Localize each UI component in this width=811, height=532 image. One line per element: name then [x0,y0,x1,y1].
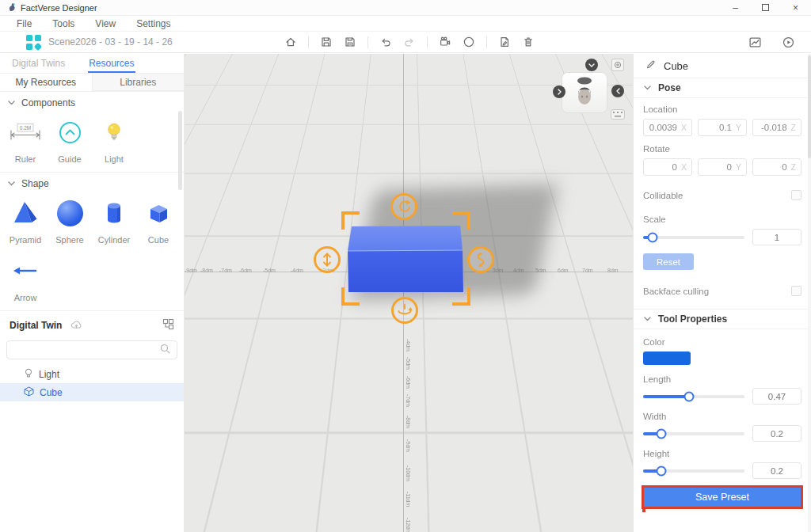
structure-view-icon[interactable] [162,318,174,332]
height-value-field[interactable]: 0.2 [752,462,801,479]
chevron-down-icon [644,86,651,90]
focus-button[interactable] [459,33,478,51]
tab-digital-twins[interactable]: Digital Twins [0,54,77,73]
tree-item-light[interactable]: Light [0,365,184,383]
sidebar-scrollbar[interactable] [178,111,182,190]
width-slider-knob[interactable] [657,428,667,439]
component-guide[interactable]: Guide [48,117,92,164]
capture-button[interactable] [436,33,455,51]
gizmo-rotate-right-button[interactable] [611,85,624,97]
run-button[interactable] [779,33,798,51]
scale-slider-knob[interactable] [647,232,657,242]
height-slider-knob[interactable] [657,466,667,476]
width-label: Width [643,412,801,421]
reset-button[interactable]: Reset [643,253,694,270]
gizmo-rotate-left-button[interactable] [553,86,565,98]
length-value-field[interactable]: 0.47 [752,388,801,405]
menu-tools[interactable]: Tools [42,18,85,29]
component-ruler[interactable]: 0.2M Ruler [3,117,48,164]
location-z-field[interactable]: -0.018Z [752,119,801,136]
shape-cylinder[interactable]: Cylinder [92,198,136,245]
edit-pencil-icon[interactable] [645,59,656,72]
view-gizmo-cube[interactable] [562,73,607,112]
component-label: Guide [58,154,81,164]
light-bulb-icon [24,368,33,381]
shape-label: Cylinder [98,235,130,245]
components-grid: 0.2M Ruler Guide [0,111,184,172]
color-swatch[interactable] [643,352,691,365]
undo-button[interactable] [376,33,395,51]
inspector-panel: Cube Pose Location 0.0039X 0.1Y -0.018Z … [633,54,811,532]
y-tick-label: -12dm [406,518,411,532]
menu-file[interactable]: File [6,18,42,29]
close-button[interactable]: × [793,3,798,13]
component-light[interactable]: Light [92,117,136,164]
scale-slider[interactable] [643,236,744,239]
shape-section-header[interactable]: Shape [0,173,184,192]
menubar: File Tools View Settings [0,16,811,32]
cloud-upload-icon[interactable] [70,319,83,332]
shape-label: Cube [148,235,169,245]
analytics-button[interactable] [745,33,764,51]
sidebar: Digital Twins Resources My Resources Lib… [0,54,185,532]
rotate-y-field[interactable]: 0Y [698,158,747,176]
app-logo-icon [8,1,16,15]
length-label: Length [643,374,801,384]
tree-item-cube[interactable]: Cube [0,383,184,401]
save-preset-button[interactable]: Save Preset [644,488,801,507]
gizmo-rotate-down-button[interactable] [585,59,598,71]
shape-cube[interactable]: Cube [136,198,181,245]
viewport-canvas[interactable]: -9dm -8dm -7dm -6dm -5dm -4dm -3dm 3dm 4… [185,54,633,532]
components-section-header[interactable]: Components [0,92,184,111]
backface-culling-checkbox[interactable] [791,286,801,296]
lightbulb-icon [105,117,123,147]
minimize-button[interactable]: – [733,3,738,13]
keyboard-shortcuts-icon[interactable] [611,109,625,120]
ruler-icon: 0.2M [8,117,43,147]
tree-item-label: Light [39,369,59,380]
search-input[interactable] [13,344,160,355]
inspector-scrollbar[interactable] [808,54,811,532]
menu-view[interactable]: View [85,18,126,29]
rotate-x-field[interactable]: 0X [643,158,692,176]
cylinder-icon [100,198,128,228]
location-x-field[interactable]: 0.0039X [643,119,692,136]
redo-button[interactable] [400,33,419,51]
rotate-handle-bottom[interactable] [391,297,418,324]
width-slider[interactable] [643,432,744,435]
export-button[interactable] [495,33,514,51]
length-slider-knob[interactable] [683,391,694,401]
redo-icon [403,36,416,48]
tool-properties-section-header[interactable]: Tool Properties [634,309,811,329]
maximize-button[interactable] [762,4,769,11]
subtab-libraries[interactable]: Libraries [92,74,185,91]
save-as-button[interactable] [341,33,360,51]
search-icon[interactable] [160,343,170,357]
selection-bracket [452,287,470,306]
save-button[interactable] [317,33,336,51]
rotate-handle-top[interactable] [390,193,417,220]
move-handle-left[interactable] [314,246,341,273]
rotate-z-field[interactable]: 0Z [752,158,801,176]
length-slider[interactable] [643,395,744,398]
shape-pyramid[interactable]: Pyramid [3,198,48,245]
x-tick-label: 7dm [582,268,593,273]
location-y-field[interactable]: 0.1Y [698,119,747,136]
shape-arrow[interactable]: Arrow [3,256,48,302]
titlebar: FactVerse Designer – × [0,0,811,16]
y-tick-label: -11dm [406,492,411,507]
menu-settings[interactable]: Settings [126,18,181,29]
view-settings-icon[interactable] [611,59,624,71]
pose-section-header[interactable]: Pose [634,78,811,98]
subtab-my-resources[interactable]: My Resources [0,74,92,91]
delete-button[interactable] [519,33,538,51]
camera-icon [439,36,451,48]
width-value-field[interactable]: 0.2 [752,425,801,442]
tab-resources[interactable]: Resources [77,54,146,73]
scale-value-field[interactable]: 1 [752,229,801,245]
collidable-checkbox[interactable] [791,190,801,200]
height-slider[interactable] [643,469,744,473]
shape-sphere[interactable]: Sphere [48,198,92,245]
home-button[interactable] [281,33,300,51]
rotate-handle-right[interactable] [467,246,494,273]
